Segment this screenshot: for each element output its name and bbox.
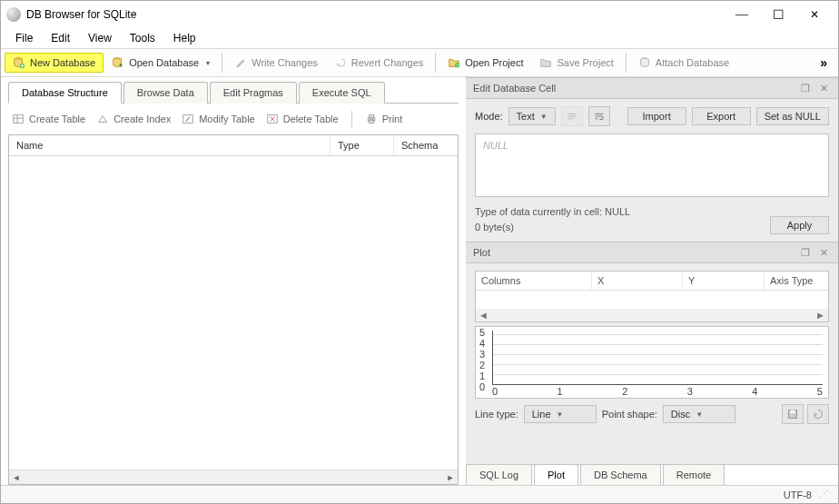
- structure-toolbar: Create Table Create Index Modify Table D…: [8, 104, 459, 134]
- horizontal-scrollbar[interactable]: ◄ ►: [9, 469, 458, 484]
- plot-panel-title[interactable]: Plot ❐ ✕: [466, 242, 838, 263]
- revert-changes-icon: [334, 56, 347, 69]
- y-tick: 1: [479, 371, 485, 381]
- plot-col-x[interactable]: X: [592, 272, 683, 290]
- horizontal-scrollbar[interactable]: ◄►: [476, 309, 828, 321]
- menu-edit[interactable]: Edit: [42, 29, 79, 47]
- scroll-right-icon[interactable]: ►: [443, 473, 458, 482]
- plot-canvas[interactable]: 5 4 3 2 1 0 0 1 2 3 4 5: [475, 326, 829, 399]
- status-encoding: UTF-8: [784, 489, 812, 500]
- panel-close-icon[interactable]: ✕: [816, 246, 831, 259]
- tree-header-schema[interactable]: Schema: [394, 135, 458, 155]
- cell-type-info: Type of data currently in cell: NULL: [475, 204, 761, 220]
- point-shape-label: Point shape:: [602, 409, 657, 420]
- delete-table-icon: [266, 113, 279, 125]
- tab-db-schema[interactable]: DB Schema: [580, 464, 661, 485]
- app-title: DB Browser for SQLite: [26, 8, 724, 21]
- save-plot-button[interactable]: [782, 404, 804, 424]
- chevron-down-icon: ▼: [540, 113, 548, 121]
- attach-database-icon: [638, 56, 651, 69]
- cell-editor[interactable]: NULL: [475, 133, 829, 197]
- scroll-left-icon[interactable]: ◄: [479, 310, 489, 321]
- new-database-button[interactable]: New Database: [5, 53, 104, 73]
- modify-table-button[interactable]: Modify Table: [182, 113, 255, 125]
- open-database-icon: [112, 56, 124, 69]
- panel-undock-icon[interactable]: ❐: [798, 82, 813, 94]
- menu-bar: File Edit View Tools Help: [1, 28, 838, 48]
- tree-header: Name Type Schema: [9, 135, 458, 156]
- title-bar: DB Browser for SQLite — ☐ ✕: [1, 1, 838, 28]
- create-table-icon: [12, 113, 25, 125]
- create-table-label: Create Table: [29, 114, 85, 124]
- tab-browse-data[interactable]: Browse Data: [123, 82, 208, 104]
- left-tab-bar: Database Structure Browse Data Edit Prag…: [8, 81, 459, 104]
- tree-header-type[interactable]: Type: [331, 135, 394, 155]
- format-text-button[interactable]: [561, 106, 583, 126]
- edit-cell-panel-title[interactable]: Edit Database Cell ❐ ✕: [466, 77, 838, 99]
- print-button[interactable]: Print: [365, 113, 403, 125]
- line-type-select[interactable]: Line ▼: [524, 405, 597, 423]
- open-database-button[interactable]: Open Database ▾: [104, 53, 218, 73]
- x-tick: 5: [817, 386, 823, 397]
- y-tick: 5: [479, 327, 485, 338]
- plot-title-label: Plot: [473, 247, 795, 258]
- tab-plot[interactable]: Plot: [534, 464, 578, 485]
- panel-undock-icon[interactable]: ❐: [798, 246, 813, 259]
- window-maximize-button[interactable]: ☐: [760, 2, 796, 27]
- menu-tools[interactable]: Tools: [121, 29, 164, 47]
- revert-changes-label: Revert Changes: [351, 57, 424, 68]
- revert-changes-button[interactable]: Revert Changes: [326, 53, 432, 73]
- create-table-button[interactable]: Create Table: [12, 113, 85, 125]
- save-project-label: Save Project: [557, 57, 613, 68]
- save-project-button[interactable]: Save Project: [531, 53, 621, 73]
- plot-columns-table[interactable]: Columns X Y Axis Type ◄►: [475, 271, 829, 322]
- create-index-button[interactable]: Create Index: [96, 113, 171, 125]
- chevron-down-icon[interactable]: ▾: [206, 59, 210, 67]
- menu-help[interactable]: Help: [164, 29, 205, 47]
- tree-header-name[interactable]: Name: [9, 135, 331, 155]
- write-changes-button[interactable]: Write Changes: [226, 53, 326, 73]
- tab-execute-sql[interactable]: Execute SQL: [299, 82, 385, 104]
- tab-remote[interactable]: Remote: [663, 464, 725, 485]
- window-close-button[interactable]: ✕: [796, 2, 833, 27]
- plot-col-y[interactable]: Y: [683, 272, 765, 290]
- schema-tree-table[interactable]: Name Type Schema ◄ ►: [8, 134, 459, 485]
- scroll-left-icon[interactable]: ◄: [9, 473, 24, 482]
- window-minimize-button[interactable]: —: [724, 2, 760, 27]
- delete-table-label: Delete Table: [283, 114, 339, 124]
- attach-database-button[interactable]: Attach Database: [630, 53, 737, 73]
- set-null-button[interactable]: Set as NULL: [756, 107, 829, 125]
- new-database-icon: [13, 56, 25, 69]
- create-index-icon: [96, 113, 109, 125]
- open-project-button[interactable]: Open Project: [439, 53, 531, 73]
- edit-cell-panel: Mode: Text ▼ Import Export Set as NULL N…: [466, 99, 838, 242]
- import-button[interactable]: Import: [627, 107, 686, 125]
- line-type-label: Line type:: [475, 409, 518, 420]
- plot-col-axis-type[interactable]: Axis Type: [765, 272, 828, 290]
- menu-file[interactable]: File: [6, 29, 42, 47]
- apply-button[interactable]: Apply: [770, 216, 829, 234]
- refresh-plot-button[interactable]: [807, 404, 829, 424]
- left-pane: Database Structure Browse Data Edit Prag…: [1, 77, 466, 485]
- toolbar-overflow-button[interactable]: »: [813, 55, 834, 70]
- resize-grip-icon[interactable]: ⋰: [819, 489, 829, 500]
- plot-col-columns[interactable]: Columns: [476, 272, 592, 290]
- tab-database-structure[interactable]: Database Structure: [8, 82, 122, 104]
- tree-body: [9, 156, 458, 469]
- delete-table-button[interactable]: Delete Table: [266, 113, 339, 125]
- create-index-label: Create Index: [114, 114, 171, 124]
- x-tick: 1: [558, 386, 563, 397]
- app-icon: [6, 7, 21, 22]
- x-tick: 0: [492, 386, 498, 397]
- tab-edit-pragmas[interactable]: Edit Pragmas: [210, 82, 297, 104]
- mode-select[interactable]: Text ▼: [508, 107, 556, 125]
- attach-database-label: Attach Database: [656, 57, 729, 68]
- menu-view[interactable]: View: [79, 29, 121, 47]
- wrap-text-button[interactable]: [588, 106, 610, 126]
- svg-rect-10: [369, 121, 373, 124]
- point-shape-select[interactable]: Disc ▼: [663, 405, 735, 423]
- tab-sql-log[interactable]: SQL Log: [466, 464, 532, 485]
- panel-close-icon[interactable]: ✕: [816, 82, 831, 94]
- export-button[interactable]: Export: [692, 107, 751, 125]
- scroll-right-icon[interactable]: ►: [815, 310, 825, 321]
